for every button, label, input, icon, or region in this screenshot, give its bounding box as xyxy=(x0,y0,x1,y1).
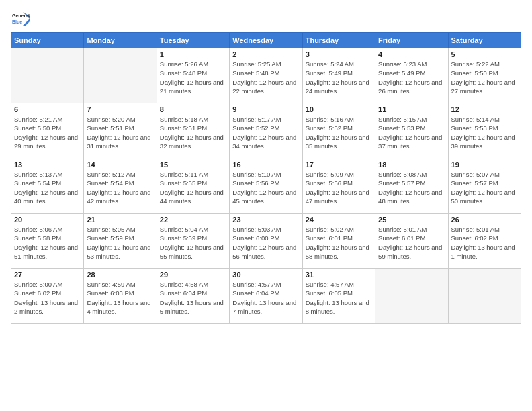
day-info: Sunrise: 5:15 AMSunset: 5:53 PMDaylight:… xyxy=(378,115,445,150)
calendar-cell: 29Sunrise: 4:58 AMSunset: 6:04 PMDayligh… xyxy=(157,269,229,324)
day-info: Sunrise: 5:06 AMSunset: 5:58 PMDaylight:… xyxy=(14,225,81,261)
day-number: 20 xyxy=(14,216,81,224)
calendar-cell xyxy=(11,48,84,103)
weekday-header-friday: Friday xyxy=(375,33,448,48)
day-number: 29 xyxy=(160,271,226,279)
day-number: 15 xyxy=(160,161,226,169)
calendar-cell: 31Sunrise: 4:57 AMSunset: 6:05 PMDayligh… xyxy=(302,269,375,324)
day-info: Sunrise: 5:11 AMSunset: 5:55 PMDaylight:… xyxy=(160,170,226,205)
day-info: Sunrise: 5:03 AMSunset: 6:00 PMDaylight:… xyxy=(232,225,299,261)
calendar-cell: 15Sunrise: 5:11 AMSunset: 5:55 PMDayligh… xyxy=(157,158,229,214)
calendar-cell: 1Sunrise: 5:26 AMSunset: 5:48 PMDaylight… xyxy=(157,48,229,103)
day-number: 16 xyxy=(232,161,299,169)
weekday-header-thursday: Thursday xyxy=(302,33,375,48)
calendar-cell: 16Sunrise: 5:10 AMSunset: 5:56 PMDayligh… xyxy=(230,158,302,214)
day-number: 2 xyxy=(232,50,299,58)
day-info: Sunrise: 4:57 AMSunset: 6:04 PMDaylight:… xyxy=(232,280,299,316)
day-info: Sunrise: 5:26 AMSunset: 5:48 PMDaylight:… xyxy=(160,60,226,95)
calendar-cell: 28Sunrise: 4:59 AMSunset: 6:03 PMDayligh… xyxy=(84,269,157,324)
weekday-header-sunday: Sunday xyxy=(11,33,84,48)
day-info: Sunrise: 5:08 AMSunset: 5:57 PMDaylight:… xyxy=(378,170,445,205)
day-number: 5 xyxy=(451,50,518,58)
day-info: Sunrise: 5:13 AMSunset: 5:54 PMDaylight:… xyxy=(14,170,81,205)
day-number: 22 xyxy=(160,216,226,224)
day-number: 13 xyxy=(14,161,81,169)
logo: General Blue xyxy=(11,9,32,28)
day-info: Sunrise: 5:01 AMSunset: 6:01 PMDaylight:… xyxy=(378,225,445,261)
calendar-cell: 6Sunrise: 5:21 AMSunset: 5:50 PMDaylight… xyxy=(11,103,84,158)
day-number: 17 xyxy=(306,161,372,169)
day-number: 21 xyxy=(87,216,153,224)
day-number: 8 xyxy=(160,105,226,113)
day-info: Sunrise: 5:09 AMSunset: 5:56 PMDaylight:… xyxy=(306,170,372,205)
day-number: 11 xyxy=(378,105,445,113)
day-number: 30 xyxy=(232,271,299,279)
week-row-2: 6Sunrise: 5:21 AMSunset: 5:50 PMDaylight… xyxy=(11,103,521,158)
calendar-cell: 20Sunrise: 5:06 AMSunset: 5:58 PMDayligh… xyxy=(11,214,84,269)
weekday-header-monday: Monday xyxy=(84,33,157,48)
day-number: 23 xyxy=(232,216,299,224)
header: General Blue xyxy=(11,7,521,28)
day-number: 1 xyxy=(160,50,226,58)
day-info: Sunrise: 5:01 AMSunset: 6:02 PMDaylight:… xyxy=(451,225,518,261)
calendar-cell: 26Sunrise: 5:01 AMSunset: 6:02 PMDayligh… xyxy=(448,214,521,269)
day-number: 12 xyxy=(451,105,518,113)
day-info: Sunrise: 5:00 AMSunset: 6:02 PMDaylight:… xyxy=(14,280,81,316)
calendar-cell: 14Sunrise: 5:12 AMSunset: 5:54 PMDayligh… xyxy=(84,158,157,214)
calendar-cell xyxy=(448,269,521,324)
day-info: Sunrise: 5:16 AMSunset: 5:52 PMDaylight:… xyxy=(306,115,372,150)
day-number: 10 xyxy=(306,105,372,113)
calendar-cell: 5Sunrise: 5:22 AMSunset: 5:50 PMDaylight… xyxy=(448,48,521,103)
day-info: Sunrise: 4:58 AMSunset: 6:04 PMDaylight:… xyxy=(160,280,226,316)
day-number: 25 xyxy=(378,216,445,224)
day-info: Sunrise: 5:20 AMSunset: 5:51 PMDaylight:… xyxy=(87,115,153,150)
calendar-cell: 21Sunrise: 5:05 AMSunset: 5:59 PMDayligh… xyxy=(84,214,157,269)
logo-icon: General Blue xyxy=(11,9,30,28)
day-number: 19 xyxy=(451,161,518,169)
calendar-cell: 12Sunrise: 5:14 AMSunset: 5:53 PMDayligh… xyxy=(448,103,521,158)
day-info: Sunrise: 5:23 AMSunset: 5:49 PMDaylight:… xyxy=(378,60,445,95)
day-info: Sunrise: 5:18 AMSunset: 5:51 PMDaylight:… xyxy=(160,115,226,150)
day-number: 6 xyxy=(14,105,81,113)
calendar-cell: 22Sunrise: 5:04 AMSunset: 5:59 PMDayligh… xyxy=(157,214,229,269)
calendar-cell: 2Sunrise: 5:25 AMSunset: 5:48 PMDaylight… xyxy=(230,48,302,103)
day-info: Sunrise: 5:14 AMSunset: 5:53 PMDaylight:… xyxy=(451,115,518,150)
week-row-1: 1Sunrise: 5:26 AMSunset: 5:48 PMDaylight… xyxy=(11,48,521,103)
calendar-cell: 25Sunrise: 5:01 AMSunset: 6:01 PMDayligh… xyxy=(375,214,448,269)
day-number: 4 xyxy=(378,50,445,58)
day-info: Sunrise: 5:04 AMSunset: 5:59 PMDaylight:… xyxy=(160,225,226,261)
day-number: 14 xyxy=(87,161,153,169)
weekday-header-tuesday: Tuesday xyxy=(157,33,229,48)
day-info: Sunrise: 4:57 AMSunset: 6:05 PMDaylight:… xyxy=(306,280,372,316)
calendar-cell: 17Sunrise: 5:09 AMSunset: 5:56 PMDayligh… xyxy=(302,158,375,214)
calendar-cell xyxy=(375,269,448,324)
calendar-cell: 27Sunrise: 5:00 AMSunset: 6:02 PMDayligh… xyxy=(11,269,84,324)
day-info: Sunrise: 4:59 AMSunset: 6:03 PMDaylight:… xyxy=(87,280,153,316)
calendar-cell: 11Sunrise: 5:15 AMSunset: 5:53 PMDayligh… xyxy=(375,103,448,158)
day-info: Sunrise: 5:21 AMSunset: 5:50 PMDaylight:… xyxy=(14,115,81,150)
day-number: 18 xyxy=(378,161,445,169)
day-info: Sunrise: 5:12 AMSunset: 5:54 PMDaylight:… xyxy=(87,170,153,205)
day-info: Sunrise: 5:02 AMSunset: 6:01 PMDaylight:… xyxy=(306,225,372,261)
week-row-4: 20Sunrise: 5:06 AMSunset: 5:58 PMDayligh… xyxy=(11,214,521,269)
calendar-cell: 18Sunrise: 5:08 AMSunset: 5:57 PMDayligh… xyxy=(375,158,448,214)
day-info: Sunrise: 5:22 AMSunset: 5:50 PMDaylight:… xyxy=(451,60,518,95)
calendar-cell: 24Sunrise: 5:02 AMSunset: 6:01 PMDayligh… xyxy=(302,214,375,269)
day-info: Sunrise: 5:25 AMSunset: 5:48 PMDaylight:… xyxy=(232,60,299,95)
day-info: Sunrise: 5:05 AMSunset: 5:59 PMDaylight:… xyxy=(87,225,153,261)
calendar-cell: 7Sunrise: 5:20 AMSunset: 5:51 PMDaylight… xyxy=(84,103,157,158)
calendar-cell: 13Sunrise: 5:13 AMSunset: 5:54 PMDayligh… xyxy=(11,158,84,214)
calendar-cell: 19Sunrise: 5:07 AMSunset: 5:57 PMDayligh… xyxy=(448,158,521,214)
day-number: 9 xyxy=(232,105,299,113)
weekday-header-wednesday: Wednesday xyxy=(230,33,302,48)
day-number: 28 xyxy=(87,271,153,279)
calendar-cell: 10Sunrise: 5:16 AMSunset: 5:52 PMDayligh… xyxy=(302,103,375,158)
calendar-cell xyxy=(84,48,157,103)
week-row-3: 13Sunrise: 5:13 AMSunset: 5:54 PMDayligh… xyxy=(11,158,521,214)
day-info: Sunrise: 5:07 AMSunset: 5:57 PMDaylight:… xyxy=(451,170,518,205)
day-number: 24 xyxy=(306,216,372,224)
day-info: Sunrise: 5:24 AMSunset: 5:49 PMDaylight:… xyxy=(306,60,372,95)
calendar-cell: 30Sunrise: 4:57 AMSunset: 6:04 PMDayligh… xyxy=(230,269,302,324)
calendar-cell: 4Sunrise: 5:23 AMSunset: 5:49 PMDaylight… xyxy=(375,48,448,103)
calendar-cell: 8Sunrise: 5:18 AMSunset: 5:51 PMDaylight… xyxy=(157,103,229,158)
